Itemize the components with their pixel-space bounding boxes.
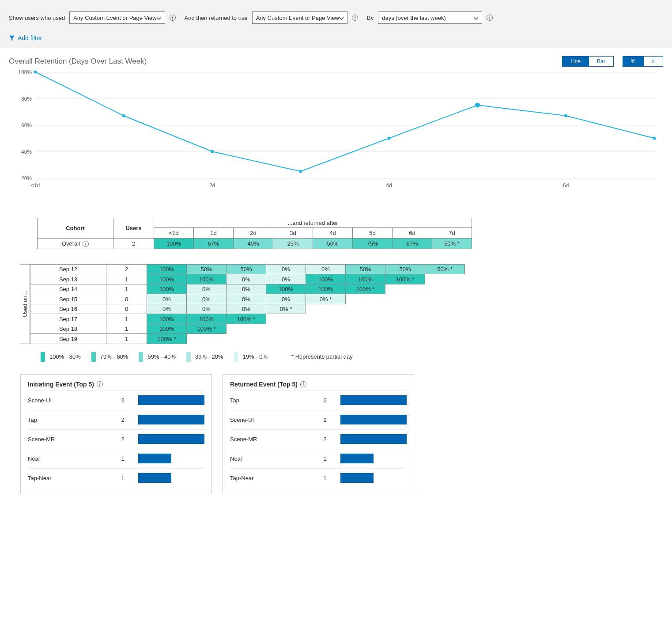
daily-cell[interactable]: 0% *: [306, 294, 346, 304]
legend-label: 39% - 20%: [195, 353, 223, 360]
daily-row[interactable]: Sep 191100% *: [30, 334, 465, 344]
event-bar: [340, 454, 374, 463]
daily-cell[interactable]: 0%: [187, 284, 227, 294]
info-icon[interactable]: i: [97, 381, 103, 387]
daily-cell[interactable]: 50%: [227, 265, 266, 274]
daily-cell[interactable]: 100%: [346, 274, 385, 284]
toggle-line-button[interactable]: Line: [563, 57, 589, 66]
daily-row[interactable]: Sep 122100%50%50%0%0%50%50%50% *: [30, 265, 465, 274]
event-row[interactable]: Tap2: [230, 390, 407, 410]
add-filter-button[interactable]: Add filter: [9, 34, 663, 42]
daily-cell[interactable]: 100%: [306, 284, 346, 294]
daily-users: 2: [106, 265, 147, 274]
select-initiating-event[interactable]: Any Custom Event or Page View: [69, 11, 165, 24]
daily-cell[interactable]: 0%: [306, 265, 346, 274]
daily-row[interactable]: Sep 171100%100%100% *: [30, 314, 465, 324]
info-icon[interactable]: i: [300, 381, 306, 387]
event-row[interactable]: Tap2: [28, 410, 204, 429]
daily-row[interactable]: Sep 1500%0%0%0%0% *: [30, 294, 465, 304]
overall-cell[interactable]: 40%: [234, 239, 273, 249]
daily-cell[interactable]: 0%: [266, 265, 306, 274]
daily-date: Sep 15: [30, 294, 106, 304]
overall-cell[interactable]: 50% *: [432, 239, 472, 249]
event-row[interactable]: Scene-UI2: [230, 410, 407, 429]
daily-users: 1: [106, 274, 147, 284]
daily-cell[interactable]: 100% *: [227, 314, 266, 324]
toggle-number-button[interactable]: #: [643, 57, 663, 66]
daily-cell[interactable]: 0%: [266, 294, 306, 304]
overall-cell[interactable]: 67%: [194, 239, 234, 249]
info-icon[interactable]: i: [170, 15, 176, 21]
daily-cell[interactable]: 100%: [147, 274, 187, 284]
daily-cell[interactable]: 100%: [147, 265, 187, 274]
daily-cell[interactable]: 100% *: [187, 324, 227, 333]
info-icon[interactable]: i: [352, 15, 358, 21]
cohort-overall-row[interactable]: Overall i2100%67%40%25%50%75%67%50% *: [38, 239, 472, 249]
event-name: Tap-Near: [28, 475, 107, 481]
daily-cell[interactable]: 0%: [266, 274, 306, 284]
daily-cell[interactable]: 100% *: [346, 284, 385, 294]
chevron-down-icon: [339, 15, 344, 21]
x-tick-label: 2d: [209, 182, 215, 189]
legend-swatch: [234, 352, 238, 362]
daily-cell[interactable]: 100%: [187, 314, 227, 324]
svg-point-2: [211, 150, 214, 153]
event-row[interactable]: Near1: [230, 449, 407, 468]
select-returned-event[interactable]: Any Custom Event or Page View: [252, 11, 347, 24]
daily-cell[interactable]: 50%: [346, 265, 385, 274]
event-row[interactable]: Scene-MR2: [230, 429, 407, 449]
overall-cell[interactable]: 50%: [313, 239, 353, 249]
select-time-value: days (over the last week): [382, 15, 446, 21]
header-day: 6d: [393, 228, 432, 239]
daily-cell[interactable]: 0% *: [266, 304, 306, 314]
event-row[interactable]: Tap-Near1: [230, 468, 407, 488]
info-icon[interactable]: i: [83, 241, 89, 247]
y-tick-label: 40%: [21, 149, 35, 155]
overall-cell[interactable]: 100%: [154, 239, 194, 249]
daily-cell[interactable]: 100%: [187, 274, 227, 284]
daily-cell[interactable]: 50%: [187, 265, 227, 274]
daily-cell[interactable]: 0%: [147, 294, 187, 304]
daily-cell[interactable]: 0%: [187, 294, 227, 304]
daily-row[interactable]: Sep 131100%100%0%0%100%100%100% *: [30, 274, 465, 284]
daily-cell[interactable]: 100% *: [147, 334, 187, 344]
legend-swatch: [139, 352, 143, 362]
legend-note: * Represents partial day: [291, 353, 353, 360]
overall-cell[interactable]: 75%: [353, 239, 393, 249]
daily-cell[interactable]: 100%: [306, 274, 346, 284]
daily-cell[interactable]: 0%: [147, 304, 187, 314]
overall-cell[interactable]: 67%: [393, 239, 432, 249]
daily-cell[interactable]: 100%: [147, 324, 187, 333]
daily-cell[interactable]: 100%: [147, 314, 187, 324]
toggle-percent-button[interactable]: %: [623, 57, 644, 66]
daily-cell[interactable]: 50%: [385, 265, 425, 274]
daily-cell[interactable]: 0%: [227, 274, 266, 284]
event-row[interactable]: Scene-UI2: [28, 390, 204, 410]
daily-cell[interactable]: 0%: [227, 284, 266, 294]
daily-cell[interactable]: 0%: [187, 304, 227, 314]
event-bar: [340, 473, 374, 483]
legend-label: 19% - 0%: [243, 353, 268, 360]
daily-row[interactable]: Sep 1600%0%0%0% *: [30, 304, 465, 314]
event-bar: [138, 473, 171, 483]
daily-cell[interactable]: 0%: [227, 294, 266, 304]
daily-cell[interactable]: 100%: [266, 284, 306, 294]
daily-date: Sep 16: [30, 304, 106, 314]
daily-cell[interactable]: 100%: [147, 284, 187, 294]
overall-cell[interactable]: 25%: [273, 239, 313, 249]
daily-row[interactable]: Sep 181100%100% *: [30, 324, 465, 333]
daily-cell[interactable]: 100% *: [385, 274, 425, 284]
event-row[interactable]: Scene-MR2: [28, 429, 204, 449]
info-icon[interactable]: i: [487, 15, 493, 21]
daily-row[interactable]: Sep 141100%0%0%100%100%100% *: [30, 284, 465, 294]
event-row[interactable]: Tap-Near1: [28, 468, 204, 488]
toggle-bar-button[interactable]: Bar: [589, 57, 613, 66]
event-row[interactable]: Near1: [28, 449, 204, 468]
legend-item: 79% - 60%: [91, 352, 128, 362]
used-on-label: Used on...: [20, 264, 30, 344]
daily-cell[interactable]: 50% *: [425, 265, 465, 274]
event-name: Tap-Near: [230, 475, 310, 481]
overall-users: 2: [113, 239, 154, 249]
select-time-grain[interactable]: days (over the last week): [378, 11, 482, 24]
daily-cell[interactable]: 0%: [227, 304, 266, 314]
